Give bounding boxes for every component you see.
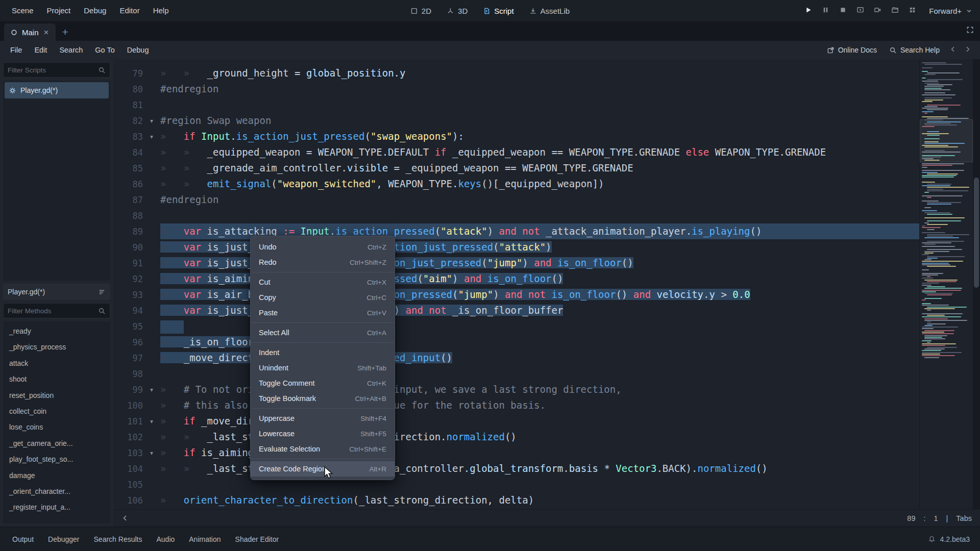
- code-line[interactable]: 101▾» if _move_direction.length() > 0.2:: [113, 413, 980, 429]
- fold-arrow[interactable]: ▾: [143, 418, 160, 425]
- code-line[interactable]: 95: [113, 318, 980, 334]
- menu-help[interactable]: Help: [146, 0, 176, 21]
- code-region[interactable]: 79» » _ground_height = global_position.y…: [113, 59, 980, 509]
- code-line[interactable]: 94» var is_just_on_floor := is_on_floor(…: [113, 303, 980, 318]
- bottom-tab-animation[interactable]: Animation: [182, 527, 228, 551]
- context-item-undo[interactable]: UndoCtrl+Z: [251, 239, 395, 255]
- code-line[interactable]: 83▾» if Input.is_action_just_pressed("sw…: [113, 129, 980, 144]
- search-help-button[interactable]: Search Help: [884, 42, 945, 58]
- method-item-reset-position[interactable]: reset_position: [4, 388, 109, 404]
- history-forward-button[interactable]: [961, 43, 974, 57]
- method-item--get-camera-orie-[interactable]: _get_camera_orie...: [4, 436, 109, 452]
- code-line[interactable]: 80#endregion: [113, 81, 980, 97]
- menu-project[interactable]: Project: [40, 0, 78, 21]
- context-item-paste[interactable]: PasteCtrl+V: [251, 305, 395, 320]
- code-line[interactable]: 104» » _last_strong_direction = (_camera…: [113, 461, 980, 477]
- sort-methods-icon[interactable]: [98, 288, 106, 296]
- bottom-tab-output[interactable]: Output: [5, 527, 41, 551]
- code-line[interactable]: 88: [113, 208, 980, 223]
- method-item-collect-coin[interactable]: collect_coin: [4, 404, 109, 419]
- script-item-player-gd-[interactable]: Player.gd(*): [5, 82, 109, 98]
- method-item-attack[interactable]: attack: [4, 356, 109, 371]
- context-item-indent[interactable]: Indent: [251, 345, 395, 360]
- context-item-toggle-bookmark[interactable]: Toggle BookmarkCtrl+Alt+B: [251, 391, 395, 406]
- filter-scripts-input[interactable]: [8, 66, 95, 74]
- add-tab-button[interactable]: +: [56, 23, 74, 41]
- menu-edit[interactable]: Edit: [28, 41, 53, 59]
- fold-arrow[interactable]: ▾: [143, 386, 160, 393]
- scrollbar-handle[interactable]: [974, 178, 979, 288]
- code-line[interactable]: 91» var is_just_jumping := Input.is_acti…: [113, 255, 980, 271]
- movie-maker-button[interactable]: [887, 3, 902, 18]
- status-indent-mode[interactable]: Tabs: [956, 514, 972, 522]
- bottom-tab-search-results[interactable]: Search Results: [87, 527, 150, 551]
- method-item-shoot[interactable]: shoot: [4, 371, 109, 387]
- code-line[interactable]: 81: [113, 97, 980, 113]
- play-scene-button[interactable]: [852, 3, 868, 18]
- context-item-uppercase[interactable]: UppercaseShift+F4: [251, 411, 395, 426]
- menu-editor[interactable]: Editor: [113, 0, 146, 21]
- play-button[interactable]: [800, 3, 816, 18]
- menu-file[interactable]: File: [4, 41, 28, 59]
- code-line[interactable]: 93» var is_air_boosting := Input.is_acti…: [113, 287, 980, 303]
- pause-button[interactable]: [818, 3, 833, 18]
- context-item-unindent[interactable]: UnindentShift+Tab: [251, 360, 395, 375]
- code-line[interactable]: 92» var is_aiming := Input.is_action_pre…: [113, 271, 980, 287]
- code-line[interactable]: 82▾#region Swap weapon: [113, 113, 980, 129]
- context-item-select-all[interactable]: Select AllCtrl+A: [251, 325, 395, 340]
- code-line[interactable]: 105: [113, 477, 980, 492]
- context-item-evaluate-selection[interactable]: Evaluate SelectionCtrl+Shift+E: [251, 441, 395, 457]
- fold-arrow[interactable]: ▾: [143, 133, 160, 140]
- menu-search[interactable]: Search: [53, 41, 89, 59]
- method-item--physics-process[interactable]: _physics_process: [4, 339, 109, 355]
- bottom-tab-shader-editor[interactable]: Shader Editor: [228, 527, 286, 551]
- code-line[interactable]: 106» orient_character_to_direction(_last…: [113, 492, 980, 508]
- code-line[interactable]: 103▾» if is_aiming:: [113, 445, 980, 461]
- bottom-tab-audio[interactable]: Audio: [149, 527, 182, 551]
- code-line[interactable]: 89» var is_attacking := Input.is_action_…: [113, 223, 980, 239]
- expand-icon[interactable]: [966, 26, 974, 36]
- bottom-tab-debugger[interactable]: Debugger: [41, 527, 87, 551]
- notification-bell-icon[interactable]: [928, 535, 936, 543]
- method-item--register-input-a-[interactable]: _register_input_a...: [4, 499, 109, 515]
- code-line[interactable]: 96» _is_on_floor_buffer = is_on_floor(): [113, 334, 980, 350]
- menu-debug[interactable]: Debug: [77, 0, 113, 21]
- menu-go-to[interactable]: Go To: [89, 41, 120, 59]
- context-item-copy[interactable]: CopyCtrl+C: [251, 290, 395, 305]
- method-item--orient-character-[interactable]: _orient_character...: [4, 484, 109, 499]
- context-item-cut[interactable]: CutCtrl+X: [251, 274, 395, 290]
- menu-scene[interactable]: Scene: [5, 0, 40, 21]
- code-line[interactable]: 98: [113, 366, 980, 382]
- code-line[interactable]: 100» # this also ensures a normalized va…: [113, 397, 980, 413]
- code-line[interactable]: 84» » _equipped_weapon = WEAPON_TYPE.DEF…: [113, 144, 980, 160]
- filter-scripts-box[interactable]: [3, 62, 110, 78]
- method-item-lose-coins[interactable]: lose_coins: [4, 419, 109, 435]
- stop-button[interactable]: [835, 3, 850, 18]
- code-line[interactable]: 102» » _last_strong_direction = _move_di…: [113, 429, 980, 445]
- workspace-2d[interactable]: 2D: [404, 0, 437, 21]
- fold-arrow[interactable]: ▾: [143, 449, 160, 457]
- chevron-left-icon[interactable]: [121, 514, 129, 522]
- code-line[interactable]: 86» » emit_signal("weapon_switched", WEA…: [113, 176, 980, 192]
- fold-arrow[interactable]: ▾: [143, 117, 160, 124]
- workspace-assetlib[interactable]: AssetLib: [523, 0, 576, 21]
- play-custom-scene-button[interactable]: [870, 3, 885, 18]
- code-line[interactable]: 97» _move_direction = _get_camera_orient…: [113, 350, 980, 366]
- workspace-3d[interactable]: 3D: [440, 0, 474, 21]
- context-item-lowercase[interactable]: LowercaseShift+F5: [251, 426, 395, 441]
- renderer-selector[interactable]: Forward+: [922, 7, 975, 15]
- filter-methods-input[interactable]: [8, 307, 95, 315]
- menu-debug[interactable]: Debug: [121, 41, 155, 59]
- code-line[interactable]: 87#endregion: [113, 192, 980, 208]
- filter-methods-box[interactable]: [3, 303, 110, 318]
- vertical-scrollbar[interactable]: [973, 59, 980, 509]
- method-item--ready[interactable]: _ready: [4, 323, 109, 339]
- code-line[interactable]: 79» » _ground_height = global_position.y: [113, 65, 980, 81]
- workspace-script[interactable]: Script: [477, 0, 520, 21]
- method-item-damage[interactable]: damage: [4, 468, 109, 484]
- code-line[interactable]: 90» var is_just_attacking := Input.is_ac…: [113, 239, 980, 255]
- remote-debug-button[interactable]: [904, 3, 920, 18]
- context-item-toggle-comment[interactable]: Toggle CommentCtrl+K: [251, 375, 395, 391]
- close-icon[interactable]: ×: [43, 28, 50, 37]
- history-back-button[interactable]: [946, 43, 960, 57]
